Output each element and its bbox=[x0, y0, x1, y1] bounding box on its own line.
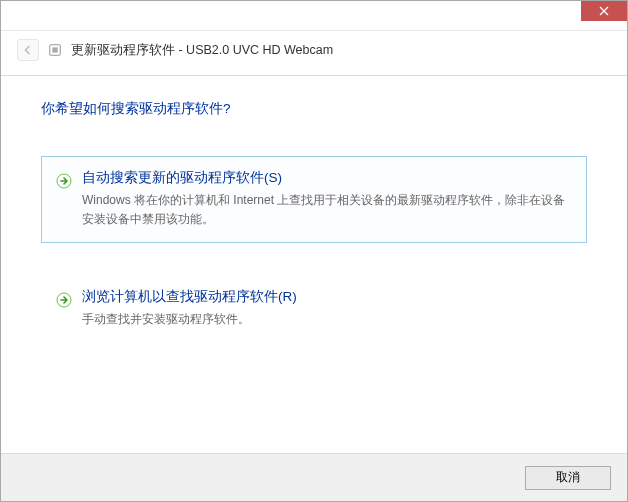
content-area: 你希望如何搜索驱动程序软件? 自动搜索更新的驱动程序软件(S) Windows … bbox=[1, 76, 627, 386]
option-title: 自动搜索更新的驱动程序软件(S) bbox=[82, 169, 572, 187]
window-title: 更新驱动程序软件 - USB2.0 UVC HD Webcam bbox=[71, 42, 333, 59]
arrow-right-icon bbox=[56, 173, 72, 189]
footer: 取消 bbox=[1, 453, 627, 501]
option-description: 手动查找并安装驱动程序软件。 bbox=[82, 310, 572, 329]
option-description: Windows 将在你的计算机和 Internet 上查找用于相关设备的最新驱动… bbox=[82, 191, 572, 228]
titlebar bbox=[1, 1, 627, 31]
option-title: 浏览计算机以查找驱动程序软件(R) bbox=[82, 288, 572, 306]
svg-rect-3 bbox=[52, 47, 57, 52]
cancel-button[interactable]: 取消 bbox=[525, 466, 611, 490]
option-auto-search[interactable]: 自动搜索更新的驱动程序软件(S) Windows 将在你的计算机和 Intern… bbox=[41, 156, 587, 243]
back-button bbox=[17, 39, 39, 61]
close-icon bbox=[599, 6, 609, 16]
back-arrow-icon bbox=[22, 44, 34, 56]
question-heading: 你希望如何搜索驱动程序软件? bbox=[41, 100, 587, 118]
header: 更新驱动程序软件 - USB2.0 UVC HD Webcam bbox=[1, 31, 627, 76]
option-browse-computer[interactable]: 浏览计算机以查找驱动程序软件(R) 手动查找并安装驱动程序软件。 bbox=[41, 275, 587, 344]
option-body: 浏览计算机以查找驱动程序软件(R) 手动查找并安装驱动程序软件。 bbox=[82, 288, 572, 329]
close-button[interactable] bbox=[581, 1, 627, 21]
device-icon bbox=[47, 42, 63, 58]
arrow-right-icon bbox=[56, 292, 72, 308]
option-body: 自动搜索更新的驱动程序软件(S) Windows 将在你的计算机和 Intern… bbox=[82, 169, 572, 228]
